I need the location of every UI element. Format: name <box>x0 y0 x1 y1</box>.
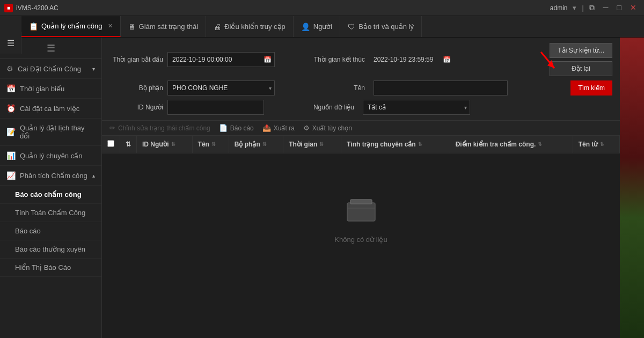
source-select-wrapper: Tất cả ▾ <box>363 100 470 115</box>
sort-icon-ten: ⇅ <box>211 142 216 147</box>
no-data-text: Không có dữ liệu <box>334 236 387 244</box>
tab-label-giam-sat: Giám sát trạng thái <box>139 23 199 31</box>
toolbar-bao-cao[interactable]: 📄 Báo cáo <box>219 124 254 132</box>
app-icon: ■ <box>4 4 13 12</box>
sidebar-item-quan-ly-chuyen-can[interactable]: 📊 Quản lý chuyên cần <box>0 146 101 166</box>
col-label-tinh-trang: Tình trạng chuyên cần <box>347 141 416 148</box>
column-id-nguoi[interactable]: ID Người ⇅ <box>137 136 193 153</box>
filter-row-1: Thời gian bắt đầu 📅 Thời gian kết thúc 2… <box>109 43 612 76</box>
col-label-ten: Tên <box>198 141 209 148</box>
source-label: Nguồn dữ liệu <box>301 104 354 111</box>
name-label: Tên <box>311 84 365 92</box>
load-events-button[interactable]: Tải Sự kiện từ... <box>550 43 612 58</box>
col-label-diem: Điểm kiểm tra chấm công. <box>456 141 536 148</box>
tab-dieu-khien[interactable]: 🖨 Điều khiển truy cập <box>206 16 294 37</box>
tab-bar: 📋 Quản lý chấm công ✕ 🖥 Giám sát trạng t… <box>0 16 644 38</box>
chevron-up-icon: ▴ <box>92 173 95 179</box>
sidebar-sub-hien-thi-bao-cao[interactable]: Hiển Thị Báo Cáo <box>0 259 101 277</box>
sidebar-sub-bao-cao-thuong-xuyen[interactable]: Báo cáo thường xuyên <box>0 240 101 259</box>
tab-icon-nguoi: 👤 <box>301 23 310 31</box>
department-select[interactable]: PHO CONG NGHE <box>167 80 275 95</box>
id-input[interactable] <box>167 100 264 115</box>
sidebar-item-cai-dat-ca[interactable]: ⏰ Cài đặt ca làm việc <box>0 99 101 119</box>
start-time-input[interactable] <box>167 52 275 67</box>
col-label-thoi-gian: Thời gian <box>289 141 317 148</box>
toolbar-edit-status: ✏ Chỉnh sửa trạng thái chấm công <box>109 124 210 132</box>
sort-icon-bo-phan: ⇅ <box>262 142 267 147</box>
sidebar-label-phan-tich: Phân tích Chấm công <box>20 172 87 180</box>
end-time-value: 2022-10-19 23:59:59 <box>374 56 433 63</box>
column-thoi-gian[interactable]: Thời gian ⇅ <box>283 136 341 153</box>
hamburger-menu-button[interactable]: ☰ <box>0 32 21 54</box>
column-bo-phan[interactable]: Bộ phận ⇅ <box>229 136 283 153</box>
sidebar-label-cai-dat: Cai Đặt Chấm Công <box>18 65 81 73</box>
sort-icon: ⇅ <box>126 141 131 148</box>
sidebar-sub-bao-cao-cham-cong[interactable]: Báo cáo chấm công <box>0 186 101 204</box>
table-area: ⇅ ID Người ⇅ Tên ⇅ <box>102 136 620 338</box>
sidebar-item-thoi-gian-bieu[interactable]: 📅 Thời gian biểu <box>0 79 101 99</box>
window-controls[interactable]: ⧉ ─ □ ✕ <box>586 3 640 12</box>
maximize-button[interactable]: □ <box>614 3 625 12</box>
column-ten-tu[interactable]: Tên từ ⇅ <box>573 136 619 153</box>
tab-label-nguoi: Người <box>313 23 333 31</box>
sidebar-sub-bao-cao[interactable]: Báo cáo <box>0 222 101 240</box>
sidebar-label-cai-dat-ca: Cài đặt ca làm việc <box>20 105 79 113</box>
end-time-label: Thời gian kết thúc <box>311 56 365 63</box>
calendar-icon: 📅 <box>6 84 16 93</box>
empty-state: Không có dữ liệu <box>102 153 620 288</box>
edit-icon: ✏ <box>109 124 115 132</box>
table-header-row: ⇅ ID Người ⇅ Tên ⇅ <box>102 136 620 153</box>
col-label-ten-tu: Tên từ <box>579 141 598 148</box>
no-data-icon <box>345 197 377 229</box>
tab-nguoi[interactable]: 👤 Người <box>294 16 341 37</box>
source-select[interactable]: Tất cả <box>363 100 470 115</box>
separator1: | <box>582 4 583 12</box>
column-sort: ⇅ <box>120 136 137 153</box>
title-bar: ■ iVMS-4200 AC admin ▾ | ⧉ ─ □ ✕ <box>0 0 644 16</box>
tab-icon-bao-tri: 🛡 <box>348 23 355 31</box>
reset-button[interactable]: Đặt lại <box>550 61 612 76</box>
tab-icon-quan-ly: 📋 <box>29 22 38 31</box>
start-time-wrapper: 📅 <box>167 52 275 67</box>
gear-icon: ⚙ <box>6 64 13 73</box>
restore-button[interactable]: ⧉ <box>586 3 598 12</box>
toolbar-xuat-tuy-chon[interactable]: ⚙ Xuất tùy chọn <box>303 124 352 132</box>
chart-icon: 📊 <box>6 151 16 160</box>
search-button[interactable]: Tìm kiếm <box>570 80 612 95</box>
sort-icon-ten-tu: ⇅ <box>600 142 604 147</box>
name-input[interactable] <box>374 80 508 95</box>
tab-giam-sat[interactable]: 🖥 Giám sát trạng thái <box>121 16 207 37</box>
select-all-checkbox[interactable] <box>107 140 114 147</box>
main-layout: ☰ ⚙ Cai Đặt Chấm Công ▾ 📅 Thời gian biểu… <box>0 38 644 338</box>
user-dropdown-icon[interactable]: ▾ <box>573 4 576 12</box>
settings-icon: ⚙ <box>303 124 310 132</box>
minimize-button[interactable]: ─ <box>600 3 612 12</box>
sort-icon-thoi-gian: ⇅ <box>319 142 324 147</box>
department-select-wrapper: PHO CONG NGHE ▾ <box>167 80 275 95</box>
sidebar-item-phan-tich-cham-cong[interactable]: 📈 Phân tích Chấm công ▴ <box>0 166 101 186</box>
column-tinh-trang[interactable]: Tình trạng chuyên cần ⇅ <box>341 136 450 153</box>
sidebar-item-cai-dat-cham-cong[interactable]: ⚙ Cai Đặt Chấm Công ▾ <box>0 59 101 79</box>
content-area: Thời gian bắt đầu 📅 Thời gian kết thúc 2… <box>102 38 620 338</box>
toolbar: ✏ Chỉnh sửa trạng thái chấm công 📄 Báo c… <box>102 121 620 136</box>
column-ten[interactable]: Tên ⇅ <box>192 136 229 153</box>
sidebar-label-chuyen-can: Quản lý chuyên cần <box>20 152 82 160</box>
user-label: admin <box>550 4 568 12</box>
sort-icon-id: ⇅ <box>171 142 175 147</box>
sidebar-label-dat-lich: Quản lý đặt lịch thay đổi <box>20 124 95 140</box>
svg-rect-0 <box>347 203 375 221</box>
calendar-icon-end[interactable]: 📅 <box>443 56 451 63</box>
tab-close-quan-ly[interactable]: ✕ <box>108 23 113 30</box>
close-button[interactable]: ✕ <box>627 3 640 12</box>
toolbar-xuat-ra[interactable]: 📤 Xuất ra <box>262 124 295 132</box>
sidebar-sub-tinh-toan[interactable]: Tính Toán Chấm Công <box>0 204 101 222</box>
sidebar-label-thoi-gian: Thời gian biểu <box>20 85 64 93</box>
tab-quan-ly-cham-cong[interactable]: 📋 Quản lý chấm công ✕ <box>21 16 121 37</box>
tab-bao-tri[interactable]: 🛡 Bảo trì và quản lý <box>340 16 422 37</box>
column-diem-kiem-tra[interactable]: Điểm kiểm tra chấm công. ⇅ <box>450 136 573 153</box>
toolbar-xuat-ra-label: Xuất ra <box>274 124 295 132</box>
sidebar-item-quan-ly-dat-lich[interactable]: 📝 Quản lý đặt lịch thay đổi <box>0 119 101 146</box>
tab-label-quan-ly: Quản lý chấm công <box>41 22 103 30</box>
report-icon: 📄 <box>219 124 228 132</box>
sidebar: ☰ ⚙ Cai Đặt Chấm Công ▾ 📅 Thời gian biểu… <box>0 38 102 338</box>
